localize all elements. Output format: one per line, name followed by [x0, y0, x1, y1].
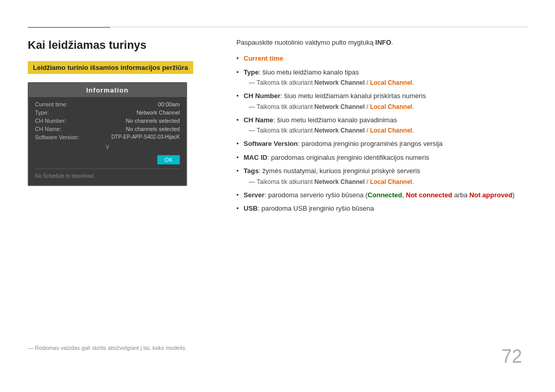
- list-item-server: Server: parodoma serverio ryšio būsena (…: [236, 190, 527, 200]
- term-mac-id: MAC ID: [244, 154, 267, 161]
- list-item-software-version: Software Version: parodoma įrenginio pro…: [236, 139, 527, 149]
- tv-value-current-time: 00:00am: [93, 101, 180, 107]
- tv-label-ch-name: CH Name:: [35, 126, 93, 132]
- subline-ch-name-bold1: Network Channel: [314, 127, 365, 134]
- desc-software-version: : parodoma įrenginio programinės įrangos…: [298, 140, 442, 147]
- left-column: Kai leidžiamas turinys Leidžiamo turinio…: [28, 39, 218, 186]
- desc-type: : šiuo metu leidžiamo kanalo tipas: [258, 68, 359, 76]
- intro-text-suffix: .: [391, 39, 393, 46]
- tv-chevron-icon: ∨: [35, 142, 180, 151]
- highlight-heading: Leidžiamo turinio išsamios informacijos …: [28, 61, 193, 74]
- subline-ch-name-bold2: Local Channel: [370, 127, 412, 134]
- desc-server-sep2: arba: [452, 191, 469, 199]
- term-tags: Tags: [244, 167, 258, 175]
- server-not-approved: Not approved: [469, 191, 512, 199]
- tv-value-ch-number: No channels selected: [93, 118, 180, 124]
- subline-type-bold2: Local Channel: [370, 79, 412, 86]
- section-title: Kai leidžiamas turinys: [28, 39, 218, 52]
- tv-row-ch-name: CH Name: No channels selected: [35, 126, 180, 132]
- tv-divider: [35, 169, 180, 169]
- tv-value-type: Network Channel: [93, 109, 180, 116]
- subline-tags: Taikoma tik atkuriant Network Channel / …: [244, 177, 527, 186]
- intro-text-prefix: Paspauskite nuotolinio valdymo pulto myg…: [236, 39, 375, 46]
- term-ch-number: CH Number: [244, 92, 281, 100]
- server-not-connected: Not connected: [406, 191, 452, 199]
- desc-ch-number: : šiuo metu leidžiamam kanalui priskirta…: [281, 92, 426, 100]
- list-item-usb: USB: parodoma USB įrenginio ryšio būsena: [236, 203, 527, 214]
- subline-ch-number-bold1: Network Channel: [314, 103, 365, 110]
- intro-text-bold: INFO: [375, 39, 391, 46]
- list-item-tags: Tags: žymės nustatymai, kuriuos įrengini…: [236, 166, 527, 186]
- desc-server-sep1: ,: [402, 191, 406, 199]
- right-column: Paspauskite nuotolinio valdymo pulto myg…: [236, 39, 527, 217]
- tv-row-software-version: Software Version: DTP-EP-APP-S402-03-Hij…: [35, 134, 180, 140]
- list-item-ch-name: CH Name: šiuo metu leidžiamo kanalo pava…: [236, 115, 527, 136]
- term-usb: USB: [244, 204, 257, 212]
- server-connected: Connected: [367, 191, 402, 199]
- tv-row-current-time: Current time: 00:00am: [35, 101, 180, 107]
- tv-ok-button[interactable]: OK: [157, 155, 180, 164]
- page-number: 72: [502, 346, 522, 367]
- desc-server-end: ): [512, 191, 514, 199]
- subline-ch-number-bold2: Local Channel: [370, 103, 412, 110]
- list-item-type: Type: šiuo metu leidžiamo kanalo tipas T…: [236, 67, 527, 88]
- tv-row-ch-number: CH Number: No channels selected: [35, 118, 180, 124]
- term-server: Server: [244, 191, 264, 199]
- desc-mac-id: : parodomas originalus įrenginio identif…: [267, 154, 429, 161]
- tv-panel-header: Information: [29, 83, 186, 97]
- term-ch-name: CH Name: [244, 116, 273, 124]
- tv-ok-row: OK: [35, 153, 180, 166]
- top-divider-line: [28, 27, 527, 27]
- term-type: Type: [244, 68, 258, 76]
- tv-row-type: Type: Network Channel: [35, 109, 180, 116]
- subline-type: Taikoma tik atkuriant Network Channel / …: [244, 78, 527, 87]
- tv-label-ch-number: CH Number:: [35, 118, 93, 124]
- tv-bottom-text: No Schedule to download.: [35, 171, 180, 181]
- tv-info-panel: Information Current time: 00:00am Type: …: [28, 82, 187, 186]
- tv-value-software-version: DTP-EP-APP-S402-03-HijacK: [93, 134, 180, 140]
- desc-tags: : žymės nustatymai, kuriuos įrenginiui p…: [258, 167, 420, 175]
- tv-panel-body: Current time: 00:00am Type: Network Chan…: [29, 97, 186, 185]
- subline-ch-name: Taikoma tik atkuriant Network Channel / …: [244, 126, 527, 135]
- footnote: — Rodomas vaizdas gali skirtis atsižvelg…: [28, 345, 187, 351]
- list-item-current-time: Current time: [236, 53, 527, 64]
- subline-tags-bold2: Local Channel: [370, 178, 412, 185]
- list-item-mac-id: MAC ID: parodomas originalus įrenginio i…: [236, 153, 527, 163]
- desc-server: : parodoma serverio ryšio būsena (: [264, 191, 367, 199]
- subline-type-bold1: Network Channel: [314, 79, 365, 86]
- desc-ch-name: : šiuo metu leidžiamo kanalo pavadinimas: [273, 116, 397, 124]
- tv-value-ch-name: No channels selected: [93, 126, 180, 132]
- tv-label-current-time: Current time:: [35, 101, 93, 107]
- list-item-ch-number: CH Number: šiuo metu leidžiamam kanalui …: [236, 91, 527, 111]
- tv-label-software-version: Software Version:: [35, 134, 93, 140]
- desc-usb: : parodoma USB įrenginio ryšio būsena: [257, 204, 374, 212]
- term-current-time: Current time: [244, 54, 283, 62]
- intro-text: Paspauskite nuotolinio valdymo pulto myg…: [236, 39, 527, 46]
- subline-ch-number: Taikoma tik atkuriant Network Channel / …: [244, 102, 527, 111]
- bullet-list: Current time Type: šiuo metu leidžiamo k…: [236, 53, 527, 214]
- tv-label-type: Type:: [35, 109, 93, 116]
- subline-tags-bold1: Network Channel: [314, 178, 365, 185]
- term-software-version: Software Version: [244, 140, 298, 147]
